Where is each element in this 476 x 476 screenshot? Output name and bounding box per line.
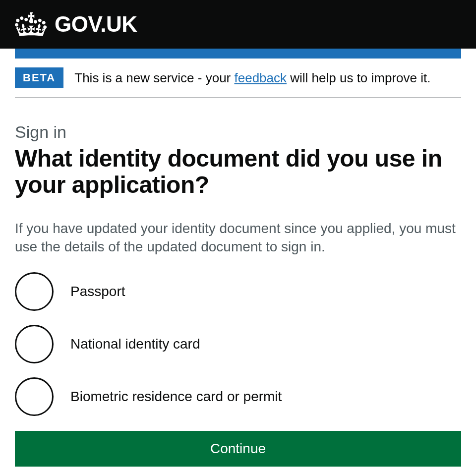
hint-text: If you have updated your identity docume…	[15, 219, 461, 257]
radio-national-id[interactable]: National identity card	[15, 325, 461, 363]
blue-strip	[15, 49, 461, 59]
page-heading: What identity document did you use in yo…	[15, 146, 461, 198]
radio-label: National identity card	[70, 336, 200, 352]
radio-circle-icon	[15, 272, 54, 311]
govuk-logo[interactable]: GOV.UK	[15, 11, 137, 38]
radio-label: Passport	[70, 284, 125, 299]
site-header: GOV.UK	[0, 0, 476, 49]
phase-banner: BETA This is a new service - your feedba…	[15, 59, 461, 98]
radio-label: Biometric residence card or permit	[70, 389, 282, 405]
logo-text: GOV.UK	[55, 12, 137, 37]
phase-banner-text: This is a new service - your feedback wi…	[74, 70, 430, 86]
radio-group: Passport National identity card Biometri…	[15, 272, 461, 416]
radio-passport[interactable]: Passport	[15, 272, 461, 311]
radio-circle-icon	[15, 325, 54, 363]
feedback-link[interactable]: feedback	[234, 70, 287, 85]
phase-text-after: will help us to improve it.	[287, 70, 430, 85]
radio-circle-icon	[15, 377, 54, 416]
phase-text-before: This is a new service - your	[74, 70, 234, 85]
crown-icon	[15, 11, 48, 38]
radio-biometric[interactable]: Biometric residence card or permit	[15, 377, 461, 416]
continue-button[interactable]: Continue	[15, 431, 461, 467]
beta-tag: BETA	[15, 67, 63, 88]
caption: Sign in	[15, 122, 461, 142]
